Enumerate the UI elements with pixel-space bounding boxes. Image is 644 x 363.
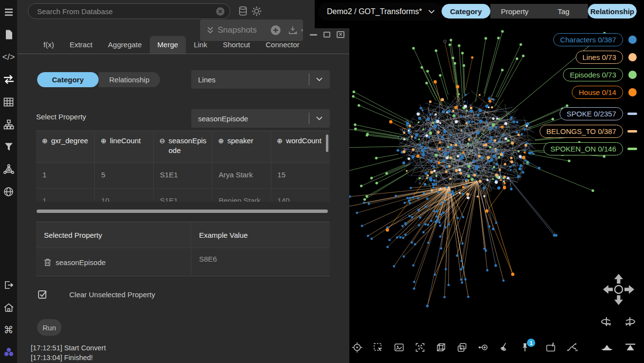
view-tab-property[interactable]: Property [490,4,539,19]
toggle-category[interactable]: Category [37,72,99,87]
legend-belongs-to[interactable]: BELONGS_TO 0/387 [540,125,623,138]
select-cluster-icon[interactable] [414,342,426,353]
hierarchy-icon[interactable] [3,118,15,130]
project-title-pill[interactable]: Demo2 / GOT_Transforms* [318,2,443,20]
maximize-icon[interactable] [323,32,330,38]
category-select[interactable]: Lines [191,70,330,89]
pan-navigation-pad[interactable] [600,271,637,308]
clear-search-icon[interactable] [216,7,225,16]
column-header-label: wordCount [286,136,322,146]
notes-icon[interactable] [545,342,557,353]
app-logo[interactable] [3,346,15,358]
filter-icon[interactable] [3,141,15,153]
tab-merge[interactable]: Merge [150,36,186,54]
belongs-to-color-swatch[interactable] [627,130,637,133]
table-row[interactable]: 1 10 S1E1 Benjen Stark 140 [36,188,330,202]
code-icon[interactable]: </> [3,51,15,63]
column-header[interactable]: ⊖seasonEpisode [154,131,212,162]
pin-icon[interactable]: 1 [519,342,531,353]
horizontal-scrollbar[interactable] [37,210,328,213]
menu-icon[interactable] [3,6,15,18]
globe-icon[interactable] [3,186,15,197]
view-tab-tag[interactable]: Tag [539,4,588,19]
lines-color-swatch[interactable] [628,53,637,61]
app-screen: </> ⌘ [0,0,644,363]
run-button[interactable]: Run [37,319,61,336]
bottom-toolbar: 1 [351,342,578,353]
characters-color-swatch[interactable] [628,36,637,44]
house-color-swatch[interactable] [628,88,637,96]
episodes-color-swatch[interactable] [628,71,637,79]
transform-icon[interactable] [3,74,15,85]
add-node-icon[interactable] [477,342,489,353]
select-divider [309,74,309,85]
legend-lines[interactable]: Lines 0/73 [576,51,623,64]
legend-spoke[interactable]: SPOKE 0/2357 [560,107,623,120]
table-icon[interactable] [3,96,15,108]
spoke-color-swatch[interactable] [627,113,637,115]
column-header[interactable]: ⊕lineCount [95,131,153,162]
center-view-icon[interactable] [351,342,363,353]
property-data-table[interactable]: ⊕gxr_degree ⊕lineCount ⊖seasonEpisode ⊕s… [36,131,330,202]
trash-icon[interactable] [44,258,51,267]
spoken-on-color-swatch[interactable] [627,148,637,150]
clean-brush-icon[interactable] [498,342,510,353]
project-title: Demo2 / GOT_Transforms* [327,7,422,16]
snapshots-overlay: Snapshots [200,19,303,41]
cell: Benjen Stark [212,189,271,202]
close-icon[interactable]: ✕ [337,31,344,38]
tab-extract[interactable]: Extract [62,36,101,54]
circled-plus-icon: ⊕ [101,136,106,146]
graph-canvas-area: Demo2 / GOT_Transforms* Category Propert… [349,0,644,363]
cube-3d-icon[interactable] [435,342,447,353]
file-icon[interactable] [3,29,15,40]
property-select[interactable]: seasonEpisode [191,109,330,128]
cell: Arya Stark [212,163,271,188]
table-row[interactable]: 1 5 S1E1 Arya Stark 15 [36,162,330,188]
split-edges-icon[interactable] [566,342,578,353]
add-snapshot-icon[interactable] [270,25,281,36]
cell: 1 [36,189,95,202]
legend-spoken-on[interactable]: SPOKEN_ON 0/146 [543,142,623,155]
home-icon[interactable] [3,302,15,313]
view-tab-relationship[interactable]: Relationship [588,4,637,19]
checkbox-checked-icon[interactable] [38,289,48,300]
column-header[interactable]: ⊕wordCount [271,131,330,162]
rotate-right-icon[interactable] [623,315,637,329]
rotate-left-icon[interactable] [600,315,613,329]
transform-panel: f(x) Extract Aggregate Merge Link Shortc… [17,0,349,363]
settings-gear-icon[interactable] [251,6,262,17]
legend-characters[interactable]: Characters 0/387 [553,33,623,46]
view-tab-category[interactable]: Category [442,4,490,19]
column-header[interactable]: ⊕speaker [212,131,271,162]
select-divider [309,113,309,124]
network-triangle-icon[interactable] [3,163,15,175]
legend-episodes[interactable]: Episodes 0/73 [563,68,623,81]
vertical-scrollbar[interactable] [326,134,328,152]
cell: S1E1 [154,189,212,202]
column-header[interactable]: ⊕gxr_degree [36,131,95,162]
command-icon[interactable]: ⌘ [3,324,15,336]
cell: 5 [95,163,153,188]
raise-layout-icon[interactable] [624,341,637,352]
database-icon[interactable] [238,6,248,17]
search-input[interactable] [28,7,216,16]
flatten-layout-icon[interactable] [600,341,614,352]
double-chevron-down-icon[interactable] [207,26,214,34]
select-area-icon[interactable] [372,342,384,353]
tab-fx[interactable]: f(x) [36,36,62,54]
circled-minus-icon: ⊖ [160,136,165,146]
minimize-icon[interactable] [310,34,317,36]
chevron-down-icon [316,77,322,81]
toggle-relationship[interactable]: Relationship [99,72,160,87]
collapse-left-icon[interactable] [301,27,303,33]
download-snapshot-icon[interactable] [288,25,298,35]
add-to-collection-icon[interactable] [456,342,468,353]
log-line: [17:13:04] Finished! [31,354,93,362]
tab-aggregate[interactable]: Aggregate [100,36,149,54]
legend-house[interactable]: House 0/14 [572,86,623,99]
snapshots-label: Snapshots [218,25,257,35]
clear-unselected-row: Clear Unselected Property [38,289,155,300]
sign-out-icon[interactable] [3,279,15,291]
image-overlay-icon[interactable] [393,342,405,353]
